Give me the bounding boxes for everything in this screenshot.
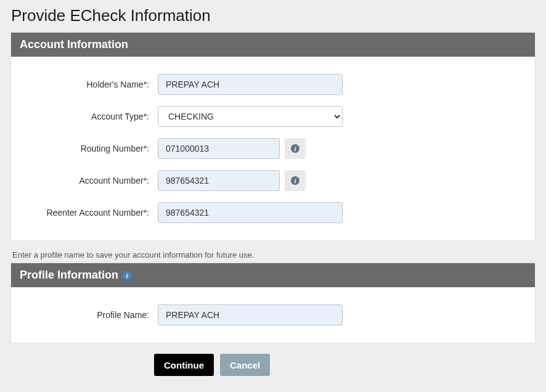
holder-name-input[interactable] bbox=[158, 74, 343, 95]
account-info-header: Account Information bbox=[11, 33, 535, 57]
info-icon: i bbox=[290, 176, 300, 186]
info-icon: i bbox=[290, 144, 300, 153]
holder-name-label: Holder's Name*: bbox=[23, 80, 158, 89]
routing-number-label: Routing Number*: bbox=[23, 144, 158, 153]
account-number-info-button[interactable]: i bbox=[285, 170, 306, 191]
profile-info-header-text: Profile Information bbox=[20, 269, 118, 282]
profile-info-body: Profile Name: bbox=[11, 287, 535, 343]
reenter-account-label: Reenter Account Number*: bbox=[23, 208, 158, 218]
reenter-account-input[interactable] bbox=[158, 202, 343, 223]
action-buttons: Continue Cancel bbox=[154, 354, 535, 376]
cancel-button[interactable]: Cancel bbox=[220, 354, 270, 376]
account-number-label: Account Number*: bbox=[23, 176, 158, 186]
account-type-select[interactable]: CHECKING bbox=[158, 106, 343, 127]
profile-info-header: Profile Information i bbox=[11, 263, 535, 287]
profile-helper-text: Enter a profile name to save your accoun… bbox=[12, 250, 535, 259]
account-info-body: Holder's Name*: Account Type*: CHECKING … bbox=[11, 57, 535, 240]
page-title: Provide ECheck Information bbox=[11, 6, 535, 25]
account-number-input[interactable] bbox=[158, 170, 280, 191]
account-type-label: Account Type*: bbox=[23, 112, 158, 121]
routing-number-input[interactable] bbox=[158, 138, 280, 159]
routing-number-info-button[interactable]: i bbox=[285, 138, 306, 159]
account-info-panel: Account Information Holder's Name*: Acco… bbox=[11, 33, 535, 240]
continue-button[interactable]: Continue bbox=[154, 354, 214, 376]
profile-info-panel: Profile Information i Profile Name: bbox=[11, 263, 535, 343]
info-icon[interactable]: i bbox=[122, 271, 132, 280]
profile-name-input[interactable] bbox=[158, 304, 343, 325]
account-info-header-text: Account Information bbox=[20, 38, 128, 51]
profile-name-label: Profile Name: bbox=[23, 310, 158, 320]
